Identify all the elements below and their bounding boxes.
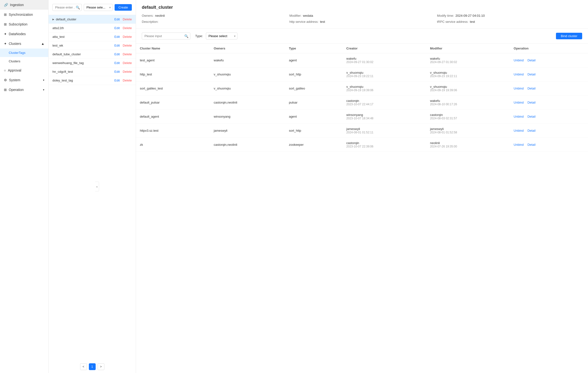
delete-tag-link[interactable]: Delete (123, 52, 132, 56)
edit-tag-link[interactable]: Edit (114, 79, 120, 82)
create-tag-button[interactable]: Create (115, 4, 132, 11)
detail-link[interactable]: Detail (527, 101, 536, 104)
table-row: test_agent wakefu agent wakefu 2024-09-2… (136, 53, 588, 67)
sidebar-item-clustertags[interactable]: ClusterTags (0, 49, 48, 57)
unbind-link[interactable]: Unbind (514, 87, 524, 90)
tag-list-item[interactable]: atta_test Edit Delete (49, 32, 136, 41)
delete-tag-link[interactable]: Delete (123, 26, 132, 30)
tag-list-item[interactable]: wenweihuang_file_tag Edit Delete (49, 59, 136, 67)
tag-label: wenweihuang_file_tag (52, 61, 84, 65)
col-name: Cluster Name (136, 44, 210, 53)
tag-actions: Edit Delete (114, 18, 132, 21)
unbind-link[interactable]: Unbind (514, 101, 524, 104)
cell-owners: winsonyang (210, 110, 285, 124)
tag-actions: Edit Delete (114, 61, 132, 65)
tag-label: atta11th (52, 26, 64, 30)
delete-tag-link[interactable]: Delete (123, 61, 132, 65)
cluster-search-input[interactable] (142, 32, 190, 40)
cell-type: sort_http (285, 124, 343, 138)
tag-list-item[interactable]: doley_test_tag Edit Delete (49, 76, 136, 85)
cell-operation: Unbind Detail (510, 67, 588, 81)
cell-modifier: neolinli 2024-07-26 19:35:00 (426, 138, 510, 152)
detail-link[interactable]: Detail (527, 129, 536, 132)
edit-tag-link[interactable]: Edit (114, 18, 120, 21)
pagination-prev[interactable]: < (80, 363, 87, 370)
tag-list-item[interactable]: hn_cdgcft_test Edit Delete (49, 67, 136, 76)
cell-operation: Unbind Detail (510, 110, 588, 124)
delete-tag-link[interactable]: Delete (123, 70, 132, 73)
cell-modifier: v_shuomqiu 2024-09-23 19:22:11 (426, 67, 510, 81)
synchronization-icon: ⊞ (4, 13, 7, 17)
tag-list-item[interactable]: atta11th Edit Delete (49, 24, 136, 32)
cell-name: sort_galileo_test (136, 81, 210, 96)
sidebar-item-operation[interactable]: ⊞ Operation ▾ (0, 85, 48, 95)
cluster-toolbar: 🔍 Type: Please select Bind cluster (136, 29, 588, 44)
sidebar-item-approval-label: Approval (8, 68, 21, 72)
edit-tag-link[interactable]: Edit (114, 52, 120, 56)
detail-link[interactable]: Detail (527, 72, 536, 76)
http-label: http service address: (289, 20, 318, 23)
pagination-page-1[interactable]: 1 (89, 363, 96, 370)
unbind-link[interactable]: Unbind (514, 59, 524, 62)
type-label: Type: (195, 34, 203, 38)
edit-tag-link[interactable]: Edit (114, 26, 120, 30)
delete-tag-link[interactable]: Delete (123, 44, 132, 47)
tag-list-item[interactable]: default_tube_cluster Edit Delete (49, 50, 136, 59)
sidebar-item-subscription[interactable]: ⊞ Subscription (0, 20, 48, 29)
detail-link[interactable]: Detail (527, 59, 536, 62)
cell-type: pulsar (285, 96, 343, 110)
edit-tag-link[interactable]: Edit (114, 44, 120, 47)
unbind-link[interactable]: Unbind (514, 143, 524, 146)
sidebar-item-system[interactable]: ⚙ System ▾ (0, 75, 48, 85)
meta-trpc: tRPC service address: test (437, 20, 582, 23)
detail-link[interactable]: Detail (527, 87, 536, 90)
sidebar-item-approval[interactable]: ○ Approval (0, 65, 48, 75)
tag-panel-toolbar: 🔍 Please sele... Create (49, 0, 136, 15)
edit-tag-link[interactable]: Edit (114, 61, 120, 65)
detail-meta: Owners: neolinli Modifier: wedata Modify… (142, 14, 582, 23)
delete-tag-link[interactable]: Delete (123, 18, 132, 21)
tag-actions: Edit Delete (114, 26, 132, 30)
tag-actions: Edit Delete (114, 52, 132, 56)
clusters-collapse-icon: ▲ (41, 42, 44, 46)
tag-type-select[interactable]: Please sele... (84, 4, 113, 11)
tag-list-item[interactable]: ▶ default_cluster Edit Delete (49, 15, 136, 24)
http-value: test (320, 20, 325, 23)
main-area: ‹ 🔍 Please sele... Create ▶ default_clus… (49, 0, 588, 373)
pagination-next[interactable]: > (98, 363, 105, 370)
cluster-search-icon[interactable]: 🔍 (184, 34, 189, 38)
detail-link[interactable]: Detail (527, 115, 536, 118)
bind-cluster-button[interactable]: Bind cluster (556, 33, 582, 39)
tag-list-item[interactable]: test_wk Edit Delete (49, 41, 136, 50)
sidebar-item-clusters-sub[interactable]: Clusters (0, 57, 48, 65)
tag-search-icon[interactable]: 🔍 (76, 6, 80, 10)
delete-tag-link[interactable]: Delete (123, 79, 132, 82)
cell-name: zk (136, 138, 210, 152)
col-owners: Owners (210, 44, 285, 53)
detail-link[interactable]: Detail (527, 143, 536, 146)
cell-operation: Unbind Detail (510, 53, 588, 67)
col-type: Type (285, 44, 343, 53)
sidebar-item-datanodes[interactable]: ✦ DataNodes (0, 29, 48, 39)
cell-type: agent (285, 110, 343, 124)
cell-owners: v_shuomqiu (210, 67, 285, 81)
cell-type: zookeeper (285, 138, 343, 152)
unbind-link[interactable]: Unbind (514, 115, 524, 118)
edit-tag-link[interactable]: Edit (114, 35, 120, 39)
sidebar-item-ingestion[interactable]: 🔗 Ingestion (0, 0, 48, 10)
unbind-link[interactable]: Unbind (514, 72, 524, 76)
unbind-link[interactable]: Unbind (514, 129, 524, 132)
tag-actions: Edit Delete (114, 70, 132, 73)
delete-tag-link[interactable]: Delete (123, 35, 132, 39)
cell-type: sort_galileo (285, 81, 343, 96)
modify-time-label: Modify time: (437, 14, 454, 18)
collapse-sidebar-button[interactable]: ‹ (95, 182, 99, 191)
sidebar-group-clusters-header[interactable]: ✦ Clusters ▲ (0, 39, 48, 49)
table-row: sort_galileo_test v_shuomqiu sort_galile… (136, 81, 588, 96)
sidebar-item-synchronization[interactable]: ⊞ Synchronization (0, 10, 48, 20)
owners-label: Owners: (142, 14, 153, 18)
cell-operation: Unbind Detail (510, 81, 588, 96)
edit-tag-link[interactable]: Edit (114, 70, 120, 73)
detail-title: default_cluster (142, 5, 582, 10)
type-select[interactable]: Please select (206, 32, 237, 40)
